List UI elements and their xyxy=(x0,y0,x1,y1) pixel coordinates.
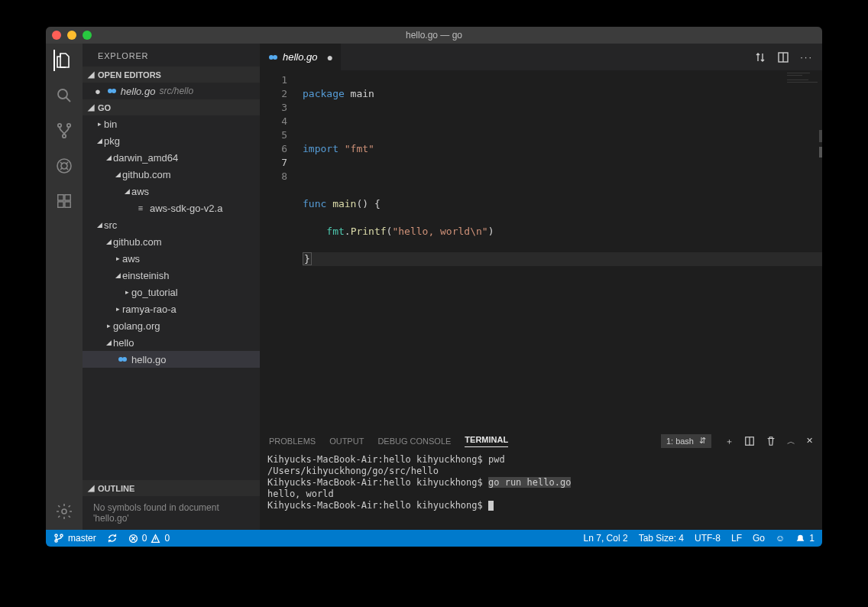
chevron-down-icon: ◢ xyxy=(87,70,95,80)
outline-header[interactable]: ◢ OUTLINE xyxy=(83,480,260,496)
chevron-down-icon: ◢ xyxy=(104,238,113,245)
tree-folder[interactable]: ◢github.com xyxy=(83,233,260,250)
terminal-cursor xyxy=(488,501,494,511)
tree-folder-bin[interactable]: ▸bin xyxy=(83,115,260,132)
tab-debug-console[interactable]: DEBUG CONSOLE xyxy=(377,437,451,446)
compare-changes-icon[interactable] xyxy=(754,51,766,63)
editor-tabs: hello.go ● ··· xyxy=(260,44,822,70)
maximize-panel-icon[interactable]: ︿ xyxy=(787,436,795,447)
svg-point-16 xyxy=(273,55,277,60)
tab-hello-go[interactable]: hello.go ● xyxy=(260,44,342,70)
open-editors-list: ● hello.go src/hello xyxy=(83,83,260,99)
indentation-status[interactable]: Tab Size: 4 xyxy=(639,533,684,544)
search-icon[interactable] xyxy=(53,85,75,106)
tree-folder[interactable]: ◢github.com xyxy=(83,166,260,183)
close-panel-icon[interactable]: ✕ xyxy=(806,436,813,447)
encoding-status[interactable]: UTF-8 xyxy=(695,533,721,544)
code-content[interactable]: package main import "fmt" func main() { … xyxy=(296,70,822,429)
notifications-status[interactable]: 1 xyxy=(795,533,815,544)
svg-point-14 xyxy=(122,357,127,362)
svg-point-1 xyxy=(58,124,61,127)
open-editor-path: src/hello xyxy=(159,86,193,96)
editor-group: hello.go ● ··· 12345678 package main imp… xyxy=(260,44,822,530)
tree-folder-pkg[interactable]: ◢pkg xyxy=(83,132,260,149)
terminal-content[interactable]: Kihyucks-MacBook-Air:hello kihyuckhong$ … xyxy=(260,453,822,530)
chevron-right-icon: ▸ xyxy=(95,120,104,128)
tree-folder[interactable]: ▸aws xyxy=(83,250,260,267)
sidebar-title: EXPLORER xyxy=(83,44,260,67)
file-icon: ≡ xyxy=(134,202,147,214)
chevron-right-icon: ▸ xyxy=(122,288,131,296)
chevron-down-icon: ◢ xyxy=(104,154,113,161)
extensions-icon[interactable] xyxy=(53,190,75,212)
overview-ruler[interactable] xyxy=(811,70,822,429)
svg-rect-7 xyxy=(58,202,63,207)
go-file-icon xyxy=(105,85,118,97)
chevron-down-icon: ◢ xyxy=(87,483,95,493)
tab-terminal[interactable]: TERMINAL xyxy=(465,435,508,447)
chevron-right-icon: ▸ xyxy=(113,305,122,313)
file-tree: ▸bin ◢pkg ◢darwin_amd64 ◢github.com ◢aws… xyxy=(83,115,260,480)
tree-folder[interactable]: ▸ramya-rao-a xyxy=(83,300,260,317)
sync-status[interactable] xyxy=(107,533,118,544)
settings-gear-icon[interactable] xyxy=(53,501,75,522)
cursor-position-status[interactable]: Ln 7, Col 2 xyxy=(584,533,628,544)
source-control-icon[interactable] xyxy=(53,120,75,141)
workspace-header[interactable]: ◢ GO xyxy=(83,99,260,115)
chevron-right-icon: ▸ xyxy=(113,255,122,262)
feedback-icon[interactable]: ☺ xyxy=(776,533,785,544)
svg-rect-8 xyxy=(65,202,70,207)
language-mode-status[interactable]: Go xyxy=(753,533,765,544)
kill-terminal-icon[interactable] xyxy=(766,436,776,447)
svg-point-21 xyxy=(60,534,63,537)
tree-folder-hello[interactable]: ◢hello xyxy=(83,334,260,351)
terminal-selector[interactable]: 1: bash⇵ xyxy=(661,434,711,448)
code-editor[interactable]: 12345678 package main import "fmt" func … xyxy=(260,70,822,429)
tree-folder[interactable]: ◢darwin_amd64 xyxy=(83,149,260,166)
go-file-icon xyxy=(267,52,278,63)
open-editors-header[interactable]: ◢ OPEN EDITORS xyxy=(83,67,260,83)
tree-folder[interactable]: ▸go_tutorial xyxy=(83,284,260,300)
svg-point-12 xyxy=(112,89,116,93)
tree-file[interactable]: ≡aws-sdk-go-v2.a xyxy=(83,200,260,216)
tree-folder[interactable]: ◢aws xyxy=(83,183,260,200)
chevron-down-icon: ◢ xyxy=(95,137,104,144)
chevron-down-icon: ◢ xyxy=(95,221,104,229)
chevron-down-icon: ◢ xyxy=(113,271,122,279)
split-terminal-icon[interactable] xyxy=(744,436,755,447)
svg-point-19 xyxy=(55,534,57,537)
tab-output[interactable]: OUTPUT xyxy=(329,437,364,446)
explorer-icon[interactable] xyxy=(53,50,75,71)
dirty-close-icon[interactable]: ● xyxy=(327,51,333,63)
close-window-button[interactable] xyxy=(52,31,61,40)
svg-point-0 xyxy=(58,89,67,99)
svg-rect-6 xyxy=(58,195,63,200)
tab-label: hello.go xyxy=(283,51,318,63)
vscode-window: hello.go — go E xyxy=(46,27,822,547)
svg-point-2 xyxy=(67,124,70,127)
minimize-window-button[interactable] xyxy=(67,31,76,40)
more-actions-icon[interactable]: ··· xyxy=(800,51,813,63)
debug-icon[interactable] xyxy=(53,155,75,177)
git-branch-status[interactable]: master xyxy=(53,533,96,544)
split-editor-icon[interactable] xyxy=(777,51,789,63)
tree-file-hello-go[interactable]: hello.go xyxy=(83,351,260,368)
open-editor-item[interactable]: ● hello.go src/hello xyxy=(83,83,260,99)
workspace-label: GO xyxy=(98,103,111,112)
editor-actions: ··· xyxy=(745,44,822,70)
open-editors-label: OPEN EDITORS xyxy=(98,70,161,80)
outline-label: OUTLINE xyxy=(98,484,134,493)
problems-status[interactable]: 0 0 xyxy=(128,533,170,544)
tree-folder-src[interactable]: ◢src xyxy=(83,216,260,233)
eol-status[interactable]: LF xyxy=(731,533,742,544)
tab-problems[interactable]: PROBLEMS xyxy=(269,437,316,446)
svg-point-10 xyxy=(62,509,66,514)
tree-folder[interactable]: ◢einsteinish xyxy=(83,267,260,284)
svg-point-4 xyxy=(57,159,71,173)
maximize-window-button[interactable] xyxy=(83,31,92,40)
tree-folder[interactable]: ▸golang.org xyxy=(83,317,260,334)
new-terminal-icon[interactable]: ＋ xyxy=(725,436,734,447)
svg-rect-9 xyxy=(65,195,70,200)
explorer-sidebar: EXPLORER ◢ OPEN EDITORS ● hello.go src/h… xyxy=(83,44,260,530)
chevron-down-icon: ◢ xyxy=(104,339,113,346)
